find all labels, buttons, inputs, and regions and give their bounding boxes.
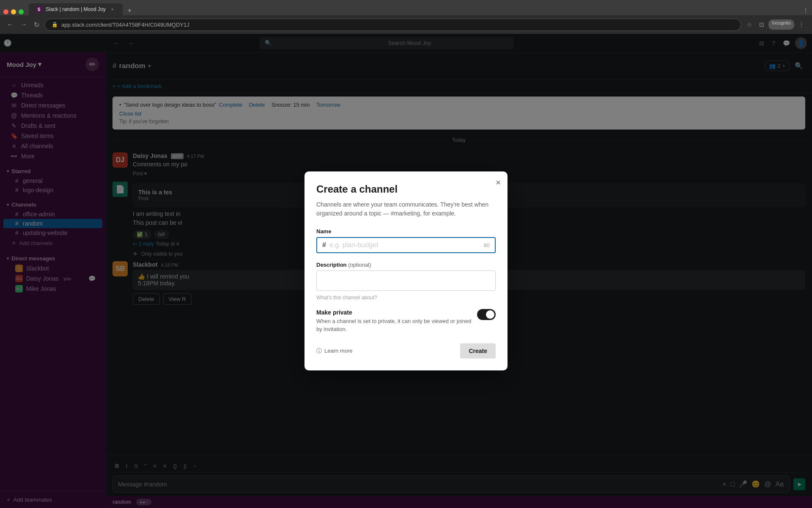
toggle-knob	[486, 310, 494, 319]
address-bar[interactable]: 🔒 app.slack.com/client/T04A4T58F4H/C049U…	[44, 19, 741, 31]
tab-close-btn[interactable]: ×	[109, 6, 116, 13]
incognito-badge: Incognito	[768, 19, 794, 30]
forward-btn[interactable]: →	[19, 19, 29, 30]
description-hint: What's this channel about?	[316, 295, 496, 301]
bookmark-star-btn[interactable]: ☆	[744, 19, 755, 30]
make-private-description: When a channel is set to private, it can…	[316, 318, 472, 333]
modal-description: Channels are where your team communicate…	[316, 200, 496, 218]
private-toggle[interactable]	[477, 309, 496, 320]
learn-more-label: Learn more	[324, 348, 352, 354]
channel-name-input[interactable]	[329, 241, 484, 249]
modal-close-btn[interactable]: ×	[496, 178, 501, 187]
browser-chrome: S Slack | random | Mood Joy × + ⋮ ← → ↻ …	[0, 0, 812, 34]
hash-prefix: #	[322, 241, 326, 249]
tab-title: Slack | random | Mood Joy	[46, 6, 106, 12]
browser-tabs: S Slack | random | Mood Joy × + ⋮	[0, 0, 812, 15]
window-minimize-btn[interactable]	[11, 9, 16, 14]
name-label: Name	[316, 228, 496, 235]
refresh-btn[interactable]: ↻	[32, 19, 41, 30]
modal-title: Create a channel	[316, 183, 496, 195]
browser-actions: ☆ ⊡ Incognito ⋮	[744, 19, 807, 30]
modal-overlay[interactable]: × Create a channel Channels are where yo…	[0, 34, 812, 508]
window-maximize-btn[interactable]	[19, 9, 24, 14]
window-close-btn[interactable]	[3, 9, 8, 14]
new-tab-btn[interactable]: +	[124, 7, 135, 14]
modal-footer: ⓘ Learn more Create	[316, 343, 496, 359]
browser-toolbar: ← → ↻ 🔒 app.slack.com/client/T04A4T58F4H…	[0, 15, 812, 34]
char-count: 80	[484, 242, 490, 248]
learn-more-link[interactable]: ⓘ Learn more	[316, 347, 352, 355]
create-channel-modal: × Create a channel Channels are where yo…	[304, 171, 508, 370]
name-input-wrapper: # 80	[316, 237, 496, 253]
url-text: app.slack.com/client/T04A4T58F4H/C049UMQ…	[61, 22, 189, 28]
browser-menu-btn[interactable]: ⋮	[796, 19, 807, 30]
screenshot-btn[interactable]: ⊡	[757, 19, 767, 30]
make-private-row: Make private When a channel is set to pr…	[316, 309, 496, 333]
create-channel-btn[interactable]: Create	[460, 343, 496, 359]
make-private-label: Make private	[316, 309, 472, 316]
description-input[interactable]	[316, 271, 496, 291]
active-tab[interactable]: S Slack | random | Mood Joy ×	[29, 3, 123, 15]
tab-favicon: S	[36, 6, 42, 13]
back-btn[interactable]: ←	[5, 19, 15, 30]
description-label: Description (optional)	[316, 262, 496, 268]
info-icon: ⓘ	[316, 347, 322, 355]
